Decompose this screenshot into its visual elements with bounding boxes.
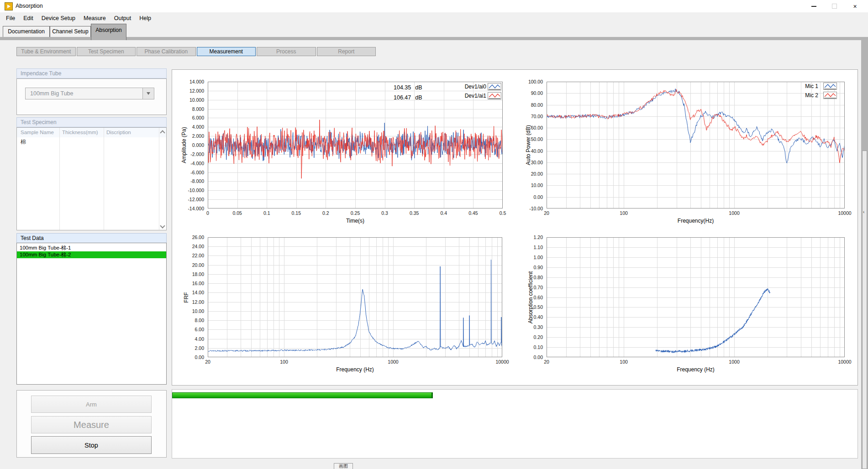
axis-tick-label: 100.00 — [514, 79, 543, 84]
axis-tick-label: 16.00 — [175, 281, 204, 286]
dropdown-arrow-button[interactable] — [142, 88, 154, 99]
bottom-tab[interactable]: 画图 — [334, 463, 353, 469]
subtab-test-specimen[interactable]: Test Specimen — [77, 47, 136, 56]
tab-channel-setup[interactable]: Channel Setup — [50, 26, 91, 37]
axis-tick-label: 0.05 — [224, 210, 251, 216]
column-header-3: Discription — [104, 128, 159, 137]
axis-tick-label: 20 — [533, 359, 560, 365]
menu-item-output[interactable]: Output — [110, 14, 136, 23]
axis-tick-label: 20.00 — [175, 262, 204, 268]
stop-button[interactable]: Stop — [31, 436, 152, 454]
legend-line-icon — [488, 92, 501, 99]
menu-item-help[interactable]: Help — [135, 14, 155, 23]
tab-documentation[interactable]: Documentation — [3, 26, 50, 37]
axis-tick-label: 6.00 — [175, 327, 204, 332]
axis-tick-label: 0 — [194, 210, 221, 216]
window-title: Absorption — [16, 3, 43, 9]
subtab-process[interactable]: Process — [257, 47, 316, 56]
axis-tick-label: 4.00 — [175, 336, 204, 342]
axis-tick-label: 10.000 — [175, 97, 204, 103]
axis-tick-label: 14.00 — [175, 290, 204, 295]
axis-tick-label: 1000 — [721, 210, 748, 216]
legend-label: Dev1/ai1 — [450, 93, 486, 99]
axis-tick-label: 80.00 — [514, 102, 543, 108]
maximize-button[interactable] — [824, 0, 845, 12]
scroll-down-button[interactable] — [159, 222, 166, 229]
level-readout-1: 104.35dB — [394, 84, 422, 91]
axis-tick-label: 0.25 — [342, 210, 369, 216]
window-controls: × — [804, 0, 865, 12]
axis-tick-label: 0.30 — [514, 324, 543, 330]
axis-tick-label: 0.4 — [430, 210, 458, 216]
subtab-report[interactable]: Report — [317, 47, 376, 56]
axis-tick-label: -6.000 — [175, 170, 204, 175]
x-axis-label: Frequency (Hz) — [659, 366, 732, 373]
chart-canvas-auto-power — [547, 82, 845, 208]
axis-tick-label: 26.00 — [175, 234, 204, 240]
axis-tick-label: 100 — [610, 210, 637, 216]
table-row[interactable]: 棉 — [17, 137, 158, 146]
menu-item-measure[interactable]: Measure — [79, 14, 110, 23]
axis-tick-label: -4.000 — [175, 161, 204, 166]
menu-item-edit[interactable]: Edit — [19, 14, 37, 23]
test-data-list[interactable]: 100mm Big Tube-棉-1100mm Big Tube-棉-2 — [16, 243, 167, 385]
legend-label: Dev1/ai0 — [450, 83, 486, 90]
y-axis-label: Absorption coefficient — [527, 271, 534, 323]
x-axis-label: Frequency (Hz) — [319, 366, 392, 373]
vertical-scrollbar[interactable] — [861, 40, 868, 469]
chevron-up-icon — [160, 130, 165, 135]
axis-tick-label: 8.000 — [175, 106, 204, 112]
menu-item-file[interactable]: File — [2, 14, 19, 23]
close-icon: × — [853, 3, 857, 10]
axis-tick-label: 4.000 — [175, 124, 204, 130]
impedance-tube-dropdown[interactable]: 100mm Big Tube — [25, 88, 154, 99]
axis-tick-label: 0.35 — [400, 210, 428, 216]
scroll-up-button[interactable] — [159, 128, 166, 137]
axis-tick-label: 22.00 — [175, 253, 204, 258]
axis-tick-label: 1.20 — [514, 234, 543, 240]
y-axis-label: FRF — [183, 292, 189, 302]
y-axis-label: Auto Power (dB) — [525, 125, 531, 165]
tab-absorption[interactable]: Absorption — [91, 24, 126, 40]
test-specimen-table-header: Sample NameThickness(mm)Discription — [17, 128, 166, 137]
scroll-left-icon: ‹ — [863, 209, 864, 214]
chart-canvas-time-waveform — [208, 82, 503, 208]
axis-tick-label: -2.000 — [175, 151, 204, 157]
chevron-down-icon — [160, 223, 165, 228]
minimize-button[interactable] — [804, 0, 824, 12]
axis-tick-label: 90.00 — [514, 90, 543, 96]
axis-tick-label: 100 — [270, 359, 298, 365]
close-button[interactable]: × — [845, 0, 865, 12]
axis-tick-label: -12.000 — [175, 197, 204, 202]
axis-tick-label: 0.45 — [459, 210, 487, 216]
test-data-item-1[interactable]: 100mm Big Tube-棉-1 — [17, 245, 166, 251]
subtab-tube-environment[interactable]: Tube & Environment — [16, 47, 76, 56]
legend-line-icon — [488, 83, 501, 90]
tabstrip: DocumentationChannel SetupAbsorption — [0, 24, 868, 37]
impedance-tube-value: 100mm Big Tube — [30, 90, 74, 97]
axis-tick-label: -8.000 — [175, 178, 204, 184]
legend-label: Mic 1 — [793, 83, 818, 89]
subtab-bar: Tube & EnvironmentTest SpecimenPhase Cal… — [16, 47, 376, 56]
arm-button[interactable]: Arm — [31, 396, 152, 413]
test-specimen-table[interactable]: Sample NameThickness(mm)Discription 棉 — [16, 127, 167, 230]
test-data-item-2[interactable]: 100mm Big Tube-棉-2 — [17, 251, 166, 258]
legend-line-icon — [823, 83, 837, 90]
axis-tick-label: 0.3 — [371, 210, 399, 216]
axis-tick-label: 1.00 — [514, 255, 543, 260]
scrollbar-thumb[interactable] — [862, 151, 867, 469]
axis-tick-label: 20.00 — [514, 171, 543, 177]
axis-tick-label: 1000 — [379, 359, 407, 365]
level-readout-2: 106.47dB — [394, 94, 422, 101]
measure-button[interactable]: Measure — [31, 416, 152, 433]
control-button-panel: Arm Measure Stop — [16, 390, 167, 458]
subtab-phase-calibration[interactable]: Phase Calibration — [137, 47, 196, 56]
maximize-icon — [832, 4, 837, 9]
axis-tick-label: 0.90 — [514, 265, 543, 270]
menu-item-device-setup[interactable]: Device Setup — [37, 14, 79, 23]
titlebar: Absorption × — [0, 0, 868, 13]
subtab-measurement[interactable]: Measurement — [197, 47, 256, 56]
minimize-icon — [811, 6, 816, 7]
axis-tick-label: 10000 — [831, 359, 858, 365]
axis-tick-label: 70.00 — [514, 114, 543, 119]
